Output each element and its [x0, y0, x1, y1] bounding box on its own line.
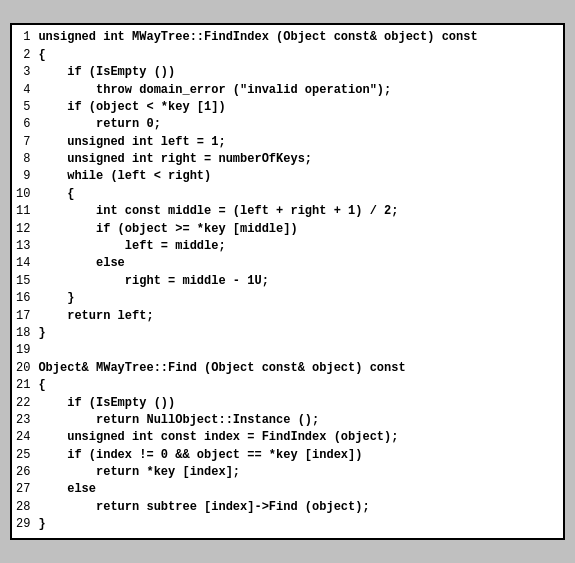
table-row: 2{ [12, 47, 563, 64]
line-code: int const middle = (left + right + 1) / … [36, 203, 563, 220]
line-code: Object& MWayTree::Find (Object const& ob… [36, 360, 563, 377]
line-code [36, 342, 563, 359]
line-number: 12 [12, 221, 36, 238]
line-number: 3 [12, 64, 36, 81]
line-code: return NullObject::Instance (); [36, 412, 563, 429]
line-code: { [36, 377, 563, 394]
table-row: 17 return left; [12, 308, 563, 325]
line-code: unsigned int MWayTree::FindIndex (Object… [36, 29, 563, 46]
line-code: right = middle - 1U; [36, 273, 563, 290]
table-row: 24 unsigned int const index = FindIndex … [12, 429, 563, 446]
table-row: 18} [12, 325, 563, 342]
line-number: 1 [12, 29, 36, 46]
line-code: return left; [36, 308, 563, 325]
line-code: if (IsEmpty ()) [36, 64, 563, 81]
line-code: } [36, 325, 563, 342]
table-row: 4 throw domain_error ("invalid operation… [12, 82, 563, 99]
table-row: 28 return subtree [index]->Find (object)… [12, 499, 563, 516]
table-row: 6 return 0; [12, 116, 563, 133]
line-number: 18 [12, 325, 36, 342]
table-row: 9 while (left < right) [12, 168, 563, 185]
table-row: 5 if (object < *key [1]) [12, 99, 563, 116]
line-number: 7 [12, 134, 36, 151]
line-number: 14 [12, 255, 36, 272]
line-code: return subtree [index]->Find (object); [36, 499, 563, 516]
line-code: return 0; [36, 116, 563, 133]
code-window: 1unsigned int MWayTree::FindIndex (Objec… [10, 23, 565, 539]
line-code: if (index != 0 && object == *key [index]… [36, 447, 563, 464]
line-number: 19 [12, 342, 36, 359]
line-code: else [36, 255, 563, 272]
table-row: 11 int const middle = (left + right + 1)… [12, 203, 563, 220]
table-row: 7 unsigned int left = 1; [12, 134, 563, 151]
table-row: 10 { [12, 186, 563, 203]
line-code: { [36, 47, 563, 64]
line-code: if (IsEmpty ()) [36, 395, 563, 412]
table-row: 12 if (object >= *key [middle]) [12, 221, 563, 238]
line-code: unsigned int right = numberOfKeys; [36, 151, 563, 168]
line-code: if (object >= *key [middle]) [36, 221, 563, 238]
table-row: 8 unsigned int right = numberOfKeys; [12, 151, 563, 168]
table-row: 13 left = middle; [12, 238, 563, 255]
line-number: 15 [12, 273, 36, 290]
line-code: unsigned int left = 1; [36, 134, 563, 151]
line-number: 28 [12, 499, 36, 516]
line-code: } [36, 516, 563, 533]
line-number: 23 [12, 412, 36, 429]
line-code: unsigned int const index = FindIndex (ob… [36, 429, 563, 446]
line-code: throw domain_error ("invalid operation")… [36, 82, 563, 99]
line-number: 4 [12, 82, 36, 99]
line-number: 2 [12, 47, 36, 64]
line-code: return *key [index]; [36, 464, 563, 481]
code-table: 1unsigned int MWayTree::FindIndex (Objec… [12, 29, 563, 533]
line-code: if (object < *key [1]) [36, 99, 563, 116]
table-row: 27 else [12, 481, 563, 498]
line-code: else [36, 481, 563, 498]
table-row: 16 } [12, 290, 563, 307]
line-number: 6 [12, 116, 36, 133]
line-number: 17 [12, 308, 36, 325]
table-row: 23 return NullObject::Instance (); [12, 412, 563, 429]
table-row: 25 if (index != 0 && object == *key [ind… [12, 447, 563, 464]
table-row: 14 else [12, 255, 563, 272]
line-number: 8 [12, 151, 36, 168]
line-code: left = middle; [36, 238, 563, 255]
line-number: 25 [12, 447, 36, 464]
table-row: 1unsigned int MWayTree::FindIndex (Objec… [12, 29, 563, 46]
line-number: 11 [12, 203, 36, 220]
line-code: while (left < right) [36, 168, 563, 185]
table-row: 22 if (IsEmpty ()) [12, 395, 563, 412]
table-row: 29} [12, 516, 563, 533]
line-number: 20 [12, 360, 36, 377]
line-number: 29 [12, 516, 36, 533]
table-row: 26 return *key [index]; [12, 464, 563, 481]
table-row: 19 [12, 342, 563, 359]
table-row: 20Object& MWayTree::Find (Object const& … [12, 360, 563, 377]
line-number: 13 [12, 238, 36, 255]
line-number: 21 [12, 377, 36, 394]
line-code: } [36, 290, 563, 307]
table-row: 21{ [12, 377, 563, 394]
line-number: 10 [12, 186, 36, 203]
line-number: 16 [12, 290, 36, 307]
line-code: { [36, 186, 563, 203]
line-number: 9 [12, 168, 36, 185]
table-row: 15 right = middle - 1U; [12, 273, 563, 290]
line-number: 26 [12, 464, 36, 481]
line-number: 24 [12, 429, 36, 446]
table-row: 3 if (IsEmpty ()) [12, 64, 563, 81]
line-number: 22 [12, 395, 36, 412]
line-number: 27 [12, 481, 36, 498]
line-number: 5 [12, 99, 36, 116]
